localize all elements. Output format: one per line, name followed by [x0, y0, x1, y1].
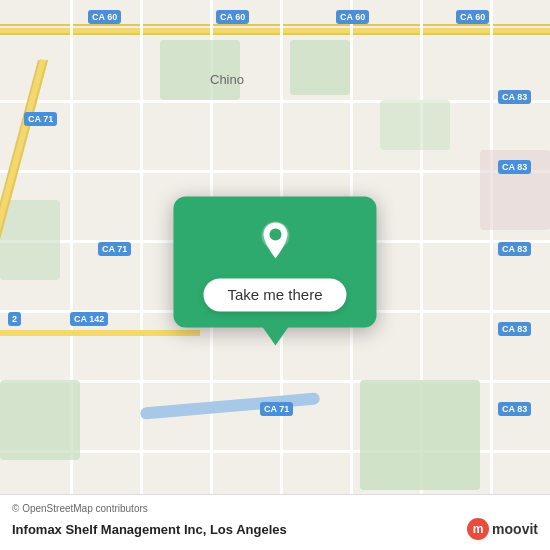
svg-point-1 — [269, 228, 281, 240]
road-v1 — [70, 0, 73, 550]
green4 — [0, 380, 80, 460]
shield-ca60-4: CA 60 — [456, 10, 489, 24]
road-v2 — [140, 0, 143, 550]
shield-ca60-3: CA 60 — [336, 10, 369, 24]
shield-ca83-2: CA 83 — [498, 160, 531, 174]
road-h1 — [0, 100, 550, 103]
green3 — [0, 200, 60, 280]
location-row: Infomax Shelf Management Inc, Los Angele… — [12, 518, 538, 540]
shield-ca83-5: CA 83 — [498, 402, 531, 416]
bottom-bar: © OpenStreetMap contributors Infomax She… — [0, 494, 550, 550]
road-h2 — [0, 170, 550, 173]
moovit-m-icon: m — [467, 518, 489, 540]
take-me-there-button[interactable]: Take me there — [203, 278, 346, 311]
road-ca60-outline — [0, 24, 550, 26]
popup-card: Take me there — [173, 196, 376, 327]
shield-2: 2 — [8, 312, 21, 326]
popup-arrow — [261, 325, 289, 345]
green5 — [360, 380, 480, 490]
attribution-text: © OpenStreetMap contributors — [12, 503, 538, 514]
shield-ca60-1: CA 60 — [88, 10, 121, 24]
road-v7 — [490, 0, 493, 550]
shield-ca83-4: CA 83 — [498, 322, 531, 336]
shield-ca71-1: CA 71 — [24, 112, 57, 126]
shield-ca142: CA 142 — [70, 312, 108, 326]
shield-ca83-1: CA 83 — [498, 90, 531, 104]
moovit-text: moovit — [492, 521, 538, 537]
shield-ca71-2: CA 71 — [98, 242, 131, 256]
road-ca60-outline2 — [0, 33, 550, 35]
shield-ca60-2: CA 60 — [216, 10, 249, 24]
shield-ca83-3: CA 83 — [498, 242, 531, 256]
map-container: Chino CA 60 CA 60 CA 60 CA 60 CA 71 CA 7… — [0, 0, 550, 550]
location-pin-icon — [251, 216, 299, 264]
city-label: Chino — [210, 72, 244, 87]
highway-ca142 — [0, 330, 200, 336]
moovit-logo: m moovit — [467, 518, 538, 540]
location-name: Infomax Shelf Management Inc, Los Angele… — [12, 522, 287, 537]
shield-ca71-3: CA 71 — [260, 402, 293, 416]
green6 — [380, 100, 450, 150]
green2 — [290, 40, 350, 95]
green1 — [160, 40, 240, 100]
